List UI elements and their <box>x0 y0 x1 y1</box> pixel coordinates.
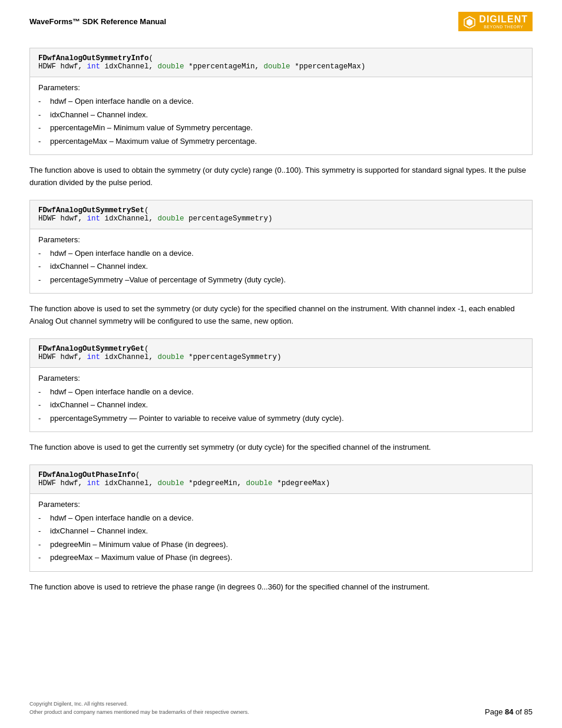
fn-name-3: FDwfAnalogOutPhaseInfo <box>38 471 135 479</box>
param-item-0-2: -ppercentageMin – Minimum value of Symme… <box>38 122 524 134</box>
param-item-0-3: -ppercentageMax – Maximum value of Symme… <box>38 136 524 147</box>
params-section-3: Parameters:-hdwf – Open interface handle… <box>30 494 532 571</box>
logo-box: DIGILENT BEYOND THEORY <box>458 12 533 31</box>
params-section-0: Parameters:-hdwf – Open interface handle… <box>30 77 532 154</box>
code-section-0: FDwfAnalogOutSymmetryInfo(HDWF hdwf, int… <box>30 48 532 77</box>
code-section-1: FDwfAnalogOutSymmetrySet(HDWF hdwf, int … <box>30 200 532 229</box>
param-item-2-0: -hdwf – Open interface handle on a devic… <box>38 386 524 398</box>
code-section-3: FDwfAnalogOutPhaseInfo(HDWF hdwf, int id… <box>30 465 532 493</box>
blocks-container: FDwfAnalogOutSymmetryInfo(HDWF hdwf, int… <box>29 48 533 594</box>
fn-name-1: FDwfAnalogOutSymmetrySet <box>38 206 144 215</box>
header-title: WaveForms™ SDK Reference Manual <box>29 17 166 26</box>
param-item-3-3: -pdegreeMax – Maximum value of Phase (in… <box>38 552 524 564</box>
param-item-3-0: -hdwf – Open interface handle on a devic… <box>38 512 524 524</box>
code-section-2: FDwfAnalogOutSymmetryGet(HDWF hdwf, int … <box>30 339 532 367</box>
param-item-2-1: -idxChannel – Channel index. <box>38 399 524 411</box>
footer: Copyright Digilent, Inc. All rights rese… <box>29 700 533 716</box>
logo-text: DIGILENT <box>479 14 528 24</box>
param-item-1-1: -idxChannel – Channel index. <box>38 261 524 272</box>
description-2: The function above is used to get the cu… <box>29 442 533 454</box>
param-item-1-0: -hdwf – Open interface handle on a devic… <box>38 248 524 259</box>
params-section-2: Parameters:-hdwf – Open interface handle… <box>30 368 532 432</box>
fn-name-0: FDwfAnalogOutSymmetryInfo <box>38 54 149 62</box>
param-item-1-2: -percentageSymmetry –Value of percentage… <box>38 274 524 286</box>
param-item-3-2: -pdegreeMin – Minimum value of Phase (in… <box>38 539 524 551</box>
code-box-3: FDwfAnalogOutPhaseInfo(HDWF hdwf, int id… <box>29 465 533 572</box>
digilent-logo-icon <box>463 15 476 28</box>
footer-page: Page 84 of 85 <box>485 707 533 716</box>
svg-marker-1 <box>467 19 472 26</box>
fn-name-2: FDwfAnalogOutSymmetryGet <box>38 345 144 353</box>
code-box-2: FDwfAnalogOutSymmetryGet(HDWF hdwf, int … <box>29 338 533 433</box>
code-box-1: FDwfAnalogOutSymmetrySet(HDWF hdwf, int … <box>29 200 533 294</box>
footer-copyright: Copyright Digilent, Inc. All rights rese… <box>29 700 249 716</box>
params-section-1: Parameters:-hdwf – Open interface handle… <box>30 229 532 294</box>
description-3: The function above is used to retrieve t… <box>29 581 533 594</box>
description-1: The function above is used to set the sy… <box>29 303 533 328</box>
header: WaveForms™ SDK Reference Manual DIGILENT… <box>29 12 533 36</box>
param-item-2-2: -ppercentageSymmetry — Pointer to variab… <box>38 413 524 424</box>
param-item-0-0: -hdwf – Open interface handle on a devic… <box>38 95 524 107</box>
logo-container: DIGILENT BEYOND THEORY <box>458 12 533 31</box>
param-item-3-1: -idxChannel – Channel index. <box>38 525 524 537</box>
page-container: WaveForms™ SDK Reference Manual DIGILENT… <box>0 0 562 640</box>
logo-subtext: BEYOND THEORY <box>479 25 528 29</box>
description-0: The function above is used to obtain the… <box>29 164 533 189</box>
code-box-0: FDwfAnalogOutSymmetryInfo(HDWF hdwf, int… <box>29 48 533 155</box>
param-item-0-1: -idxChannel – Channel index. <box>38 109 524 121</box>
